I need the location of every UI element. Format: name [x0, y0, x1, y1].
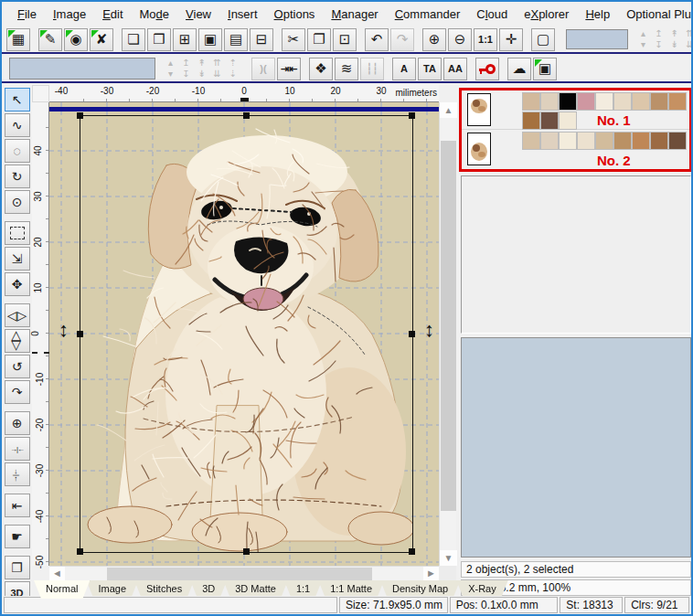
rotate-right-tool[interactable]: ↷	[5, 380, 30, 404]
tab-normal[interactable]: Normal	[34, 580, 90, 599]
menu-image[interactable]: Image	[45, 4, 94, 25]
selection-handle[interactable]	[243, 112, 250, 119]
zoom-in-button[interactable]: ⊕	[422, 28, 446, 51]
password-key-button[interactable]	[475, 58, 499, 80]
align-outlines-tool[interactable]: ⇤	[5, 494, 30, 517]
move-up-arrow-icon[interactable]: ↥	[651, 28, 666, 39]
color-swatch[interactable]	[668, 92, 687, 111]
thread-color-swatch[interactable]	[566, 29, 628, 49]
horizontal-scrollbar[interactable]: ◄ ►	[49, 566, 439, 580]
freehand-select-tool[interactable]: ◌	[5, 139, 30, 163]
select-tool[interactable]: ↖	[5, 88, 30, 112]
selection-handle[interactable]	[409, 548, 415, 555]
move-tool[interactable]: ✥	[5, 272, 30, 296]
zoom-tool[interactable]: ⊙	[5, 190, 30, 214]
embird-manager-button[interactable]: ▦	[6, 28, 30, 51]
color-swatch[interactable]	[559, 112, 577, 130]
selection-handle[interactable]	[77, 331, 83, 337]
compress-stitches-button[interactable]: ⇥⇤	[277, 58, 301, 80]
menu-help[interactable]: Help	[577, 4, 618, 25]
menu-insert[interactable]: Insert	[219, 4, 266, 25]
menu-optional-plug-ins[interactable]: Optional Plug-ins	[618, 4, 693, 25]
color-swatch[interactable]	[522, 112, 540, 130]
color-swatch[interactable]	[540, 132, 559, 150]
scroll-right-button[interactable]: ►	[423, 567, 439, 581]
center-tool[interactable]: ⊕	[5, 411, 30, 435]
color-swatch[interactable]	[632, 132, 650, 150]
paste-button[interactable]: ⊡	[333, 28, 357, 51]
selection-handle[interactable]	[409, 331, 415, 337]
scroll-up-button[interactable]: ▲	[440, 102, 457, 118]
move-up-arrow-icon[interactable]: ⇈	[682, 28, 693, 39]
menu-manager[interactable]: Manager	[323, 4, 386, 25]
font-ta-button[interactable]: TA	[418, 58, 442, 80]
selection-handle[interactable]	[77, 112, 83, 119]
palette-color-swatch[interactable]	[9, 58, 155, 80]
horizontal-scroll-thumb[interactable]	[107, 568, 372, 580]
menu-mode[interactable]: Mode	[132, 4, 178, 25]
move-up-arrow-icon[interactable]: ↥	[178, 58, 194, 69]
color-swatch[interactable]	[632, 92, 650, 111]
center-vertical-tool[interactable]: →|←	[5, 462, 30, 486]
photo-stitch-button[interactable]: ◉	[64, 28, 88, 51]
scroll-down-button[interactable]: ▼	[440, 550, 457, 566]
color-swatch[interactable]	[650, 92, 668, 111]
design-thumbnail-2[interactable]	[467, 133, 491, 165]
cut-button[interactable]: ✂	[282, 28, 305, 51]
rotate-tool[interactable]: ↻	[5, 165, 30, 188]
selection-handle[interactable]	[243, 548, 250, 555]
move-down-arrow-icon[interactable]: ⇣	[225, 69, 240, 80]
move-down-arrow-icon[interactable]: ⇊	[682, 39, 693, 50]
color-swatch[interactable]	[559, 132, 577, 150]
save-partial-button[interactable]: ▣	[533, 58, 557, 80]
color-swatch[interactable]	[595, 92, 613, 111]
scroll-left-button[interactable]: ◄	[49, 567, 65, 581]
new-button[interactable]: ❏	[122, 28, 145, 51]
menu-cloud[interactable]: Cloud	[468, 4, 516, 25]
selection-handle[interactable]	[77, 548, 83, 555]
vertical-scrollbar[interactable]: ▲ ▼	[439, 102, 456, 566]
design-canvas[interactable]: ↕ ↕	[49, 102, 439, 566]
resize-tool[interactable]: ⇲	[5, 247, 30, 271]
monogram-button[interactable]: AA	[443, 58, 467, 80]
open-button[interactable]: ❒	[147, 28, 171, 51]
move-down-arrow-icon[interactable]: ↧	[178, 69, 194, 80]
zoom-selection-button[interactable]: ✛	[499, 28, 523, 51]
merge-button[interactable]: ⊞	[173, 28, 197, 51]
color-swatch[interactable]	[613, 92, 632, 111]
move-up-arrow-icon[interactable]: ▴	[163, 58, 178, 69]
selection-rectangle[interactable]: ↕ ↕	[80, 115, 413, 553]
menu-options[interactable]: Options	[266, 4, 324, 25]
color-swatch[interactable]	[559, 92, 577, 111]
shape-outline-button[interactable]: ☁	[507, 58, 531, 80]
move-up-arrow-icon[interactable]: ⇈	[209, 58, 225, 69]
menu-view[interactable]: View	[177, 4, 219, 25]
print-button[interactable]: ▤	[224, 28, 248, 51]
undo-button[interactable]: ↶	[365, 28, 389, 51]
move-down-arrow-icon[interactable]: ⇊	[209, 69, 225, 80]
color-swatch[interactable]	[540, 92, 559, 111]
menu-file[interactable]: File	[9, 4, 45, 25]
move-down-arrow-icon[interactable]: ▾	[635, 39, 651, 50]
preview-area[interactable]	[461, 337, 691, 558]
color-swatch[interactable]	[577, 92, 595, 111]
color-swatch[interactable]	[650, 132, 668, 150]
color-swatch[interactable]	[668, 132, 687, 150]
move-down-arrow-icon[interactable]: ↡	[666, 39, 682, 50]
design-thumbnail-1[interactable]	[467, 93, 491, 126]
delete-tools-button[interactable]: ✘	[90, 28, 113, 51]
resize-arrow-left[interactable]: ↕	[59, 322, 69, 338]
flip-horizontal-tool[interactable]: ◁▷	[5, 303, 30, 327]
color-swatch[interactable]	[595, 132, 613, 150]
move-up-arrow-icon[interactable]: ▴	[635, 28, 651, 39]
color-swatch[interactable]	[522, 92, 540, 111]
zoom-out-button[interactable]: ⊖	[448, 28, 472, 51]
font-a-button[interactable]: A	[392, 58, 416, 80]
vertical-scroll-thumb[interactable]	[441, 141, 456, 511]
move-up-arrow-icon[interactable]: ↟	[666, 28, 682, 39]
sew-simulator-button[interactable]: ❖	[309, 58, 333, 80]
digitizing-tools-button[interactable]: ✎	[38, 28, 62, 51]
rotate-left-tool[interactable]: ↺	[5, 355, 30, 378]
stitch-wave-button[interactable]: ≋	[335, 58, 358, 80]
resize-arrow-right[interactable]: ↕	[424, 322, 434, 338]
